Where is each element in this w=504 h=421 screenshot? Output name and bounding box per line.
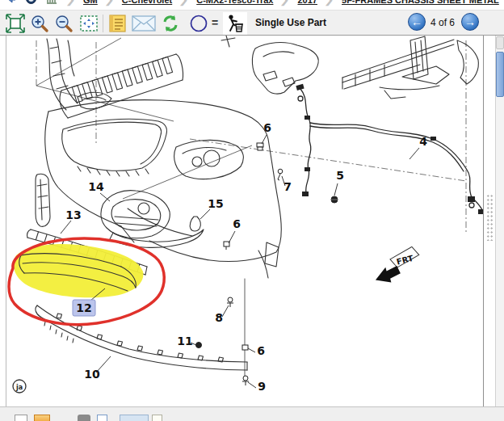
dot-grip-texture	[486, 194, 494, 241]
clip-6a	[257, 143, 263, 150]
parts-catalog-window: ❯ GM ❯ C-Chevrolet ❯ C-MX2-Tesco-Trax ❯ …	[0, 0, 504, 421]
callout-14[interactable]: 14	[88, 180, 104, 193]
callout-6b[interactable]: 6	[233, 217, 241, 230]
bottom-document-icon[interactable]	[152, 415, 162, 421]
breadcrumb-separator: ❯	[105, 0, 116, 6]
legend-equals-sign: =	[212, 16, 218, 29]
image-toolbar: = Single Use Part ← 4 of 6 →	[0, 10, 504, 36]
callout-9[interactable]: 9	[258, 380, 266, 393]
bottom-field-icon[interactable]	[120, 415, 149, 421]
bottom-page-icon[interactable]	[97, 415, 107, 421]
bolt-11	[196, 343, 202, 348]
catalog-home-icon[interactable]	[45, 0, 58, 7]
bottom-printer-icon[interactable]	[78, 415, 90, 421]
breadcrumb-separator: ❯	[325, 0, 335, 6]
clip-6c	[242, 345, 248, 350]
image-pager: 4 of 6	[430, 17, 455, 28]
breadcrumb-separator: ❯	[66, 0, 77, 6]
bolt-9	[242, 376, 249, 385]
zoom-out-button[interactable]	[53, 13, 74, 34]
callout-6c[interactable]: 6	[257, 344, 265, 357]
bottom-toolbar	[0, 406, 504, 421]
history-clock-icon[interactable]	[25, 0, 37, 8]
callout-13[interactable]: 13	[65, 208, 81, 221]
bolt-8	[227, 297, 233, 307]
callout-12[interactable]: 12	[76, 301, 91, 314]
illustrator-mark: ja	[13, 380, 26, 393]
single-use-part-label: Single Use Part	[255, 17, 326, 28]
bolt-5	[331, 196, 338, 203]
callout-4[interactable]: 4	[419, 135, 427, 148]
datum-lines	[36, 40, 466, 234]
callout-7[interactable]: 7	[284, 180, 292, 193]
refresh-button[interactable]	[160, 13, 181, 34]
back-arrow-icon[interactable]	[4, 0, 17, 8]
wiring-harness-art	[296, 84, 483, 214]
next-image-button[interactable]: →	[461, 13, 479, 31]
single-use-circle-icon	[188, 13, 209, 34]
frt-direction-arrow: FRT	[370, 246, 424, 286]
callout-5[interactable]: 5	[336, 169, 344, 182]
screw-7	[278, 169, 283, 180]
callout-15[interactable]: 15	[208, 197, 223, 210]
vertical-scrollbar[interactable]	[495, 36, 504, 406]
projection-lines	[36, 38, 252, 199]
notes-button[interactable]	[107, 13, 128, 34]
callout-6a[interactable]: 6	[263, 121, 271, 134]
callout-10[interactable]: 10	[84, 368, 100, 381]
breadcrumb-link-gm[interactable]: GM	[83, 0, 98, 5]
exploded-parts-diagram: 4 5 6 7 6 8 9 6 10 11 12 13 14 15 FRT	[6, 36, 483, 406]
fit-page-button[interactable]	[78, 13, 99, 34]
zoom-in-button[interactable]	[29, 13, 50, 34]
callout-11[interactable]: 11	[177, 335, 192, 347]
diagram-viewport[interactable]: 4 5 6 7 6 8 9 6 10 11 12 13 14 15 FRT	[0, 36, 504, 406]
author-initials: ja	[15, 384, 23, 391]
breadcrumb: ❯ GM ❯ C-Chevrolet ❯ C-MX2-Tesco-Trax ❯ …	[0, 0, 504, 10]
email-button[interactable]	[131, 13, 157, 34]
tidyman-dispose-icon	[223, 12, 247, 35]
bottom-folder-icon[interactable]	[34, 415, 50, 421]
breadcrumb-link-year[interactable]: 2017	[297, 0, 317, 5]
toolbar-separator	[103, 15, 103, 32]
scrollbar-thumb[interactable]	[496, 52, 504, 97]
breadcrumb-separator: ❯	[179, 0, 190, 6]
breadcrumb-separator: ❯	[280, 0, 291, 6]
callout-8[interactable]: 8	[215, 311, 223, 324]
scroll-up-button[interactable]	[496, 36, 504, 49]
bottom-envelope-icon[interactable]	[15, 415, 27, 421]
breadcrumb-link-make[interactable]: C-Chevrolet	[122, 0, 172, 5]
diagram-right-border	[483, 36, 484, 406]
breadcrumb-link-section[interactable]: 5F-FRAMES CHASSIS SHEET METAL	[342, 0, 499, 5]
breadcrumb-link-model[interactable]: C-MX2-Tesco-Trax	[196, 0, 273, 5]
fit-screen-button[interactable]	[5, 13, 26, 34]
bumper-line-art	[27, 36, 479, 278]
previous-image-button[interactable]: ←	[408, 13, 426, 31]
